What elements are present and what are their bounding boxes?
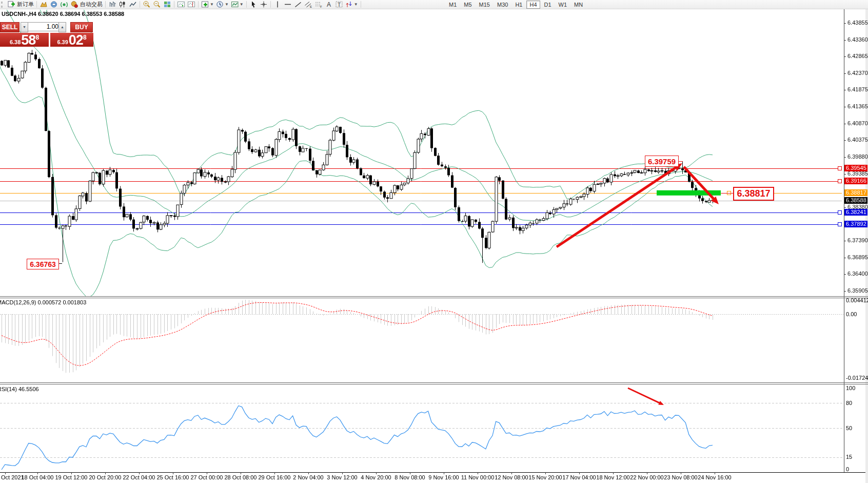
chart-canvas[interactable] [0,0,868,483]
price-badge: 6.37892 [844,221,867,227]
volume-decrease-button[interactable]: ▼ [21,22,28,32]
text-button[interactable]: A [324,1,334,9]
macd-axis-tick-label: 0.004412 [846,297,868,303]
zoom-out-button[interactable] [152,1,162,9]
date-axis-label: 8 Nov 08:00 [394,474,425,480]
price-axis-tick-label: 6.39880 [847,153,868,160]
new-order-icon [7,1,15,8]
timeframe-h1-button[interactable]: H1 [512,1,525,8]
toolbar-separator [198,1,199,8]
macd-axis-tick-label: -0.017247 [846,375,868,381]
timeframe-m1-button[interactable]: M1 [446,1,460,8]
date-axis-label: Oct 2021 [1,474,24,480]
templates-button[interactable]: ▼ [230,1,245,9]
bars-chart-button[interactable] [107,1,117,9]
chart-title: USDCNH-,H4 6.38620 6.38694 6.38553 6.385… [2,11,124,17]
toolbar-separator [361,1,361,8]
autoscroll-icon [177,1,185,8]
new-order-button[interactable]: 新订单 [6,1,35,9]
rsi-indicator-label: RSI(14) 46.5506 [0,386,39,392]
text-label-icon: T [335,1,343,8]
svg-text:F: F [320,5,322,8]
horizontal-line-button[interactable] [283,1,293,9]
toolbar-grip [1,2,4,8]
bid-price-prefix: 6.38 [10,39,21,45]
crosshair-button[interactable] [259,1,269,9]
crosshair-icon [260,1,268,8]
rsi-axis-tick-label: 100 [846,385,855,391]
chart-shift-button[interactable] [186,1,196,9]
toolbar-separator [105,1,106,8]
sell-button[interactable]: SELL [0,22,19,32]
candles-chart-button[interactable] [117,1,128,9]
autoscroll-button[interactable] [176,1,186,9]
ask-price-pip: 8 [83,34,87,41]
chevron-down-icon[interactable]: ▼ [210,2,214,7]
timeframe-m30-button[interactable]: M30 [494,1,511,8]
entry-price-annotation[interactable]: 6.38817 [733,187,774,201]
ask-price-box[interactable]: 6.39 02 8 [50,33,93,47]
toolbar-separator [270,1,271,8]
tile-windows-button[interactable] [162,1,172,9]
chevron-down-icon[interactable]: ▼ [240,2,244,7]
date-axis-label: 28 Oct 08:00 [225,474,257,480]
zoom-in-button[interactable] [142,1,152,9]
indicators-icon [201,1,209,8]
vertical-line-button[interactable] [272,1,283,9]
signal-button[interactable] [59,1,69,9]
date-axis-label: 4 Nov 20:00 [361,474,391,480]
profile-button[interactable] [38,1,49,9]
timeframe-d1-button[interactable]: D1 [541,1,555,8]
timeframe-w1-button[interactable]: W1 [556,1,570,8]
ask-price-prefix: 6.39 [57,39,68,45]
rsi-axis-tick-label: 80 [846,400,852,406]
autotrading-icon [70,1,78,8]
autotrading-button[interactable]: 自动交易 [69,1,104,9]
channel-button[interactable]: E [303,1,313,9]
trendline-icon [294,1,302,8]
candles-chart-icon [119,1,127,8]
periods-icon [216,1,224,8]
bid-price-box[interactable]: 6.38 58 8 [0,33,49,47]
trendline-button[interactable] [293,1,303,9]
channel-icon: E [304,1,312,8]
toolbar-separator [36,1,37,8]
price-axis-tick-label: 6.41365 [847,103,868,109]
swing-high-annotation[interactable]: 6.39759 [645,156,679,167]
price-axis-tick-label: 6.43855 [847,20,868,26]
swing-low-annotation[interactable]: 6.36763 [27,259,59,269]
fibonacci-button[interactable]: F [313,1,324,9]
volume-increase-button[interactable]: ▲ [58,22,66,32]
timeframe-m5-button[interactable]: M5 [461,1,475,8]
indicators-button[interactable]: ▼ [200,1,215,9]
timeframe-mn-button[interactable]: MN [571,1,586,8]
community-button[interactable] [49,1,59,9]
volume-input[interactable] [28,22,61,31]
date-axis-label: 27 Oct 00:00 [191,474,223,480]
date-axis-label: 22 Oct 04:00 [123,474,155,480]
timeframe-bar: M1M5M15M30H1H4D1W1MN [445,1,586,8]
buy-button[interactable]: BUY [70,22,93,32]
arrows-button[interactable]: ▼ [344,1,359,9]
community-icon [50,1,58,8]
price-badge: 6.38588 [844,197,867,204]
toolbar-separator [140,1,140,8]
cursor-button[interactable] [248,1,259,9]
price-axis-tick-label: 6.40375 [847,137,868,143]
date-axis-label: 20 Oct 20:00 [89,474,122,480]
periods-button[interactable]: ▼ [215,1,230,9]
timeframe-m15-button[interactable]: M15 [476,1,493,8]
date-axis-label: 23 Nov 08:00 [664,474,697,480]
main-toolbar: 新订单自动交易▼▼▼EFAT▼ [0,0,868,9]
text-label-button[interactable]: T [334,1,344,9]
line-chart-button[interactable] [128,1,138,9]
chevron-down-icon[interactable]: ▼ [354,2,358,7]
chevron-down-icon[interactable]: ▼ [225,2,229,7]
chart-shift-icon [187,1,195,8]
bid-price-main: 58 [21,34,35,46]
price-badge: 6.39166 [844,178,867,184]
timeframe-h4-button[interactable]: H4 [526,1,540,9]
date-axis-label: 19 Oct 12:00 [55,474,88,480]
signal-icon [60,1,68,8]
date-axis-label: 29 Oct 16:00 [259,474,291,480]
